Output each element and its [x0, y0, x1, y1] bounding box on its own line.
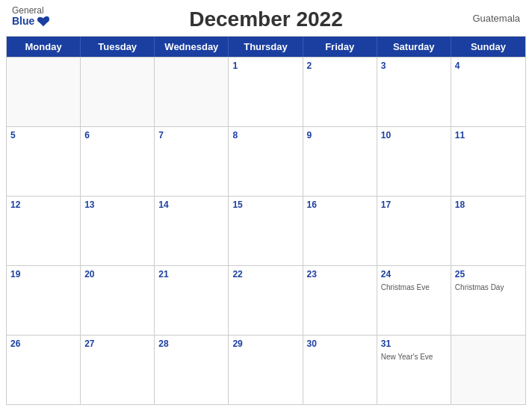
holiday-label: New Year's Eve	[381, 352, 447, 362]
day-cell: 25Christmas Day	[451, 266, 525, 335]
day-header-sunday: Sunday	[451, 37, 525, 57]
day-cell: 24Christmas Eve	[377, 266, 451, 335]
day-number: 25	[455, 268, 522, 281]
day-number: 23	[307, 268, 373, 281]
day-cell: 5	[7, 127, 81, 196]
day-cell: 8	[229, 127, 303, 196]
day-number: 17	[381, 199, 447, 211]
week-row-5: 262728293031New Year's Eve	[7, 335, 525, 404]
day-cell: 2	[303, 58, 377, 126]
day-cell: 17	[377, 197, 451, 265]
day-number: 10	[381, 129, 447, 142]
calendar-grid: MondayTuesdayWednesdayThursdayFridaySatu…	[6, 36, 526, 405]
day-cell	[81, 58, 155, 126]
day-number: 27	[84, 338, 150, 350]
day-cell: 13	[81, 197, 155, 265]
day-number: 31	[381, 338, 447, 350]
day-number: 11	[455, 129, 522, 142]
day-number: 3	[381, 60, 447, 72]
day-cell: 6	[81, 127, 155, 196]
day-cell: 28	[155, 336, 229, 404]
holiday-label: Christmas Eve	[381, 282, 447, 292]
day-number: 28	[158, 338, 224, 350]
day-cell: 19	[7, 266, 81, 335]
day-number: 8	[232, 129, 298, 142]
logo: General Blue	[12, 6, 50, 28]
day-cell: 30	[303, 336, 377, 404]
day-number: 13	[84, 199, 150, 211]
day-cell: 23	[303, 266, 377, 335]
day-number: 12	[10, 199, 76, 211]
day-number: 1	[232, 60, 298, 72]
day-cell	[7, 58, 81, 126]
day-number: 19	[10, 268, 76, 281]
day-cell: 1	[229, 58, 303, 126]
day-cell: 12	[7, 197, 81, 265]
day-number: 21	[158, 268, 224, 281]
week-row-2: 567891011	[7, 126, 525, 196]
day-header-friday: Friday	[303, 37, 377, 57]
week-row-4: 192021222324Christmas Eve25Christmas Day	[7, 265, 525, 335]
day-cell: 14	[155, 197, 229, 265]
day-cell: 4	[451, 58, 525, 126]
country-label: Guatemala	[472, 13, 520, 24]
day-cell: 7	[155, 127, 229, 196]
day-headers-row: MondayTuesdayWednesdayThursdayFridaySatu…	[7, 37, 525, 57]
day-cell: 29	[229, 336, 303, 404]
day-cell: 21	[155, 266, 229, 335]
day-cell: 27	[81, 336, 155, 404]
day-header-tuesday: Tuesday	[81, 37, 155, 57]
week-row-3: 12131415161718	[7, 196, 525, 265]
logo-general: General	[12, 6, 44, 16]
day-number: 7	[158, 129, 224, 142]
day-cell: 9	[303, 127, 377, 196]
day-header-saturday: Saturday	[377, 37, 451, 57]
day-cell: 26	[7, 336, 81, 404]
day-number: 20	[84, 268, 150, 281]
calendar-header: General Blue December 2022 Guatemala	[0, 0, 532, 36]
day-number: 29	[232, 338, 298, 350]
day-cell: 10	[377, 127, 451, 196]
day-cell	[155, 58, 229, 126]
day-number: 14	[158, 199, 224, 211]
logo-bird-icon	[37, 16, 50, 28]
day-number: 15	[232, 199, 298, 211]
day-number: 26	[10, 338, 76, 350]
day-header-thursday: Thursday	[229, 37, 303, 57]
day-number: 30	[307, 338, 373, 350]
day-number: 4	[455, 60, 522, 72]
weeks-container: 123456789101112131415161718192021222324C…	[7, 57, 525, 404]
day-number: 16	[307, 199, 373, 211]
day-cell	[451, 336, 525, 404]
week-row-1: 1234	[7, 57, 525, 126]
day-header-monday: Monday	[7, 37, 81, 57]
day-cell: 15	[229, 197, 303, 265]
day-number: 24	[381, 268, 447, 281]
day-cell: 22	[229, 266, 303, 335]
day-number: 18	[455, 199, 522, 211]
page-title: December 2022	[189, 7, 342, 31]
day-cell: 11	[451, 127, 525, 196]
day-cell: 18	[451, 197, 525, 265]
day-cell: 20	[81, 266, 155, 335]
day-number: 6	[84, 129, 150, 142]
day-number: 22	[232, 268, 298, 281]
day-number: 2	[307, 60, 373, 72]
day-number: 9	[307, 129, 373, 142]
logo-blue: Blue	[12, 16, 50, 28]
day-header-wednesday: Wednesday	[155, 37, 229, 57]
holiday-label: Christmas Day	[455, 282, 522, 292]
day-cell: 3	[377, 58, 451, 126]
day-cell: 31New Year's Eve	[377, 336, 451, 404]
day-number: 5	[10, 129, 76, 142]
day-cell: 16	[303, 197, 377, 265]
